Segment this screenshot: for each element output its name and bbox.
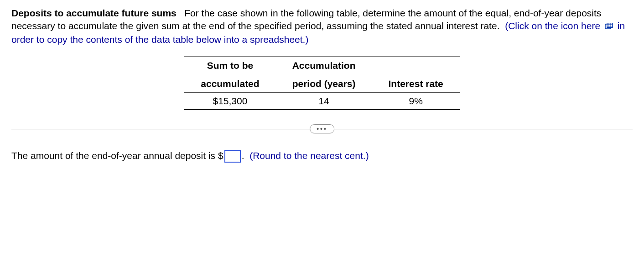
svg-rect-1 (607, 23, 613, 27)
data-table: Sum to be Accumulation accumulated perio… (184, 56, 460, 110)
answer-prefix: The amount of the end-of-year annual dep… (11, 150, 223, 160)
copy-table-icon[interactable] (605, 20, 613, 33)
cell-period: 14 (276, 92, 372, 109)
table-header-period-line1: Accumulation (276, 56, 372, 75)
table-row: $15,300 14 9% (184, 92, 460, 109)
answer-hint: (Round to the nearest cent.) (249, 150, 369, 160)
table-header-sum-line2: accumulated (184, 75, 275, 93)
instruction-text-prefix: (Click on the icon here (505, 20, 600, 31)
problem-statement: Deposits to accumulate future sums For t… (11, 7, 633, 46)
table-header-period-line2: period (years) (276, 75, 372, 93)
cell-sum: $15,300 (184, 92, 275, 109)
cell-rate: 9% (372, 92, 460, 109)
expand-ellipsis-button[interactable]: ••• (310, 124, 334, 133)
table-header-sum-line1: Sum to be (184, 56, 275, 75)
answer-input[interactable] (224, 150, 241, 163)
table-header-rate-line1 (372, 56, 460, 75)
answer-line: The amount of the end-of-year annual dep… (11, 150, 633, 163)
table-header-rate-line2: Interest rate (372, 75, 460, 93)
section-divider: ••• (11, 123, 633, 134)
problem-title: Deposits to accumulate future sums (11, 8, 177, 18)
answer-period: . (242, 150, 244, 160)
